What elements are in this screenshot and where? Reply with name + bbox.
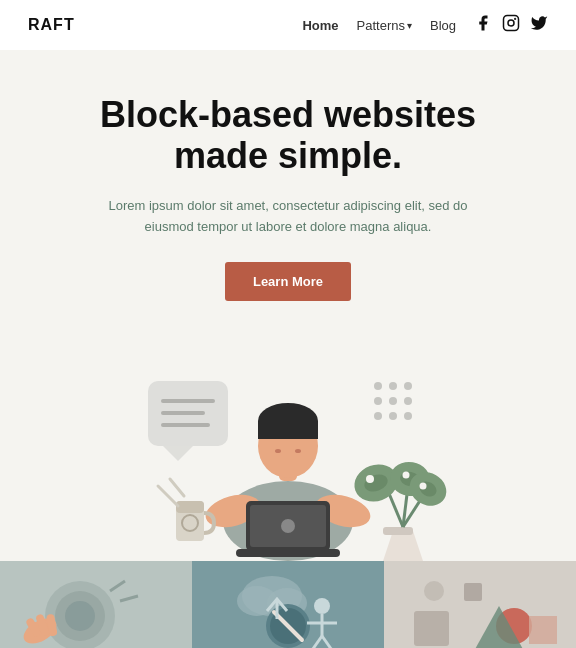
header: RAFT Home Patterns ▾ Blog (0, 0, 576, 50)
svg-point-66 (314, 598, 330, 614)
facebook-icon[interactable] (474, 14, 492, 36)
svg-rect-31 (176, 501, 204, 513)
svg-rect-77 (464, 583, 482, 601)
svg-point-2 (515, 19, 516, 20)
nav-patterns-wrapper[interactable]: Patterns ▾ (357, 18, 412, 33)
nav-home[interactable]: Home (302, 18, 338, 33)
svg-rect-27 (258, 421, 318, 439)
card-1 (0, 561, 192, 648)
instagram-icon[interactable] (502, 14, 520, 36)
svg-rect-72 (414, 611, 449, 646)
svg-point-12 (389, 397, 397, 405)
svg-line-36 (388, 491, 403, 527)
svg-point-11 (374, 397, 382, 405)
svg-rect-23 (236, 549, 340, 557)
svg-point-9 (389, 382, 397, 390)
illustration-svg (98, 331, 478, 561)
svg-point-47 (420, 482, 427, 489)
svg-point-1 (508, 20, 514, 26)
svg-point-29 (295, 449, 301, 453)
svg-point-15 (389, 412, 397, 420)
hero-title: Block-based websites made simple. (60, 94, 516, 177)
svg-point-28 (275, 449, 281, 453)
svg-point-51 (65, 601, 95, 631)
svg-point-13 (404, 397, 412, 405)
twitter-icon[interactable] (530, 14, 548, 36)
svg-rect-0 (504, 16, 519, 31)
main-nav: Home Patterns ▾ Blog (302, 14, 548, 36)
hero-section: Block-based websites made simple. Lorem … (0, 50, 576, 321)
svg-rect-75 (529, 616, 557, 644)
logo: RAFT (28, 16, 75, 34)
svg-point-10 (404, 382, 412, 390)
card-2 (192, 561, 384, 648)
svg-line-34 (170, 479, 184, 496)
bottom-cards (0, 561, 576, 648)
svg-rect-35 (383, 527, 413, 535)
svg-point-76 (424, 581, 444, 601)
svg-point-46 (403, 471, 410, 478)
learn-more-button[interactable]: Learn More (225, 262, 351, 301)
nav-patterns[interactable]: Patterns (357, 18, 405, 33)
svg-marker-4 (163, 446, 193, 461)
svg-point-14 (374, 412, 382, 420)
svg-line-33 (158, 486, 178, 506)
hero-illustration (0, 321, 576, 561)
card-3 (384, 561, 576, 648)
chevron-down-icon: ▾ (407, 20, 412, 31)
hero-subtitle: Lorem ipsum dolor sit amet, consectetur … (98, 195, 478, 238)
svg-point-16 (404, 412, 412, 420)
svg-point-8 (374, 382, 382, 390)
svg-point-22 (281, 519, 295, 533)
svg-point-45 (366, 475, 374, 483)
social-icons-group (474, 14, 548, 36)
nav-blog[interactable]: Blog (430, 18, 456, 33)
